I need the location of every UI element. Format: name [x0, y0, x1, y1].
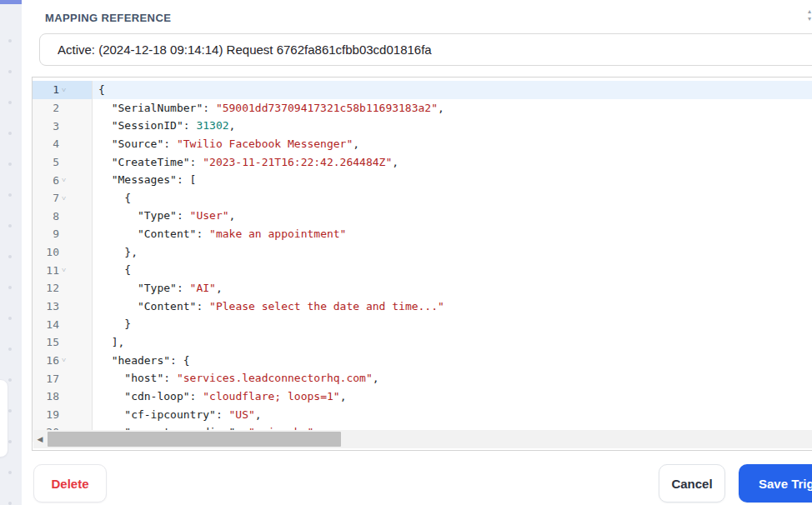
code-line: 17 "host": "services.leadconnectorhq.com…	[33, 369, 812, 388]
line-number: 6	[33, 174, 59, 187]
fold-chevron-icon[interactable]: ˅	[59, 266, 75, 274]
code-line: 15 ],	[33, 333, 812, 352]
token-key: "SerialNumber"	[112, 102, 203, 114]
line-number: 14	[33, 318, 59, 331]
token-pun: :	[177, 282, 190, 294]
canvas-dot	[8, 101, 12, 104]
canvas-dot	[8, 502, 12, 505]
line-gutter: 12	[33, 279, 93, 298]
code-line-content: {	[93, 261, 812, 279]
canvas-dot	[8, 471, 12, 474]
line-number: 18	[33, 390, 59, 402]
code-line: 9 "Content": "make an appointment"	[33, 225, 812, 243]
token-pun: }	[124, 318, 131, 330]
token-pun: ,	[392, 156, 398, 168]
line-number: 8	[33, 210, 59, 222]
fold-chevron-icon[interactable]: ˅	[59, 194, 75, 202]
canvas-dot	[8, 409, 12, 412]
code-line: 16˅ "headers": {	[33, 352, 812, 370]
token-key: "cdn-loop"	[124, 390, 189, 402]
token-pun: ],	[112, 336, 125, 348]
code-line-content: "headers": {	[93, 352, 812, 370]
canvas-dot	[8, 224, 12, 228]
code-line-content: "SessionID": 31302,	[93, 117, 812, 135]
code-line-content: "SerialNumber": "59001dd73709417321c58b1…	[93, 99, 812, 118]
code-line: 6˅ "Messages": [	[33, 171, 812, 189]
line-gutter: 18	[33, 388, 93, 406]
scrollbar-thumb[interactable]	[48, 432, 341, 447]
token-key: "headers"	[112, 354, 170, 367]
canvas-dot	[8, 193, 12, 197]
token-key: "cf-ipcountry"	[124, 408, 216, 421]
token-pun: : [	[177, 173, 196, 186]
token-pun: :	[190, 156, 203, 168]
line-gutter: 14	[33, 315, 93, 333]
code-line-content: "Type": "AI",	[93, 279, 812, 298]
line-number: 12	[33, 282, 59, 294]
line-number: 2	[33, 102, 59, 114]
request-select-value: Active: (2024-12-18 09:14:14) Request 67…	[58, 42, 432, 57]
line-gutter: 4	[33, 135, 93, 153]
token-pun: :	[216, 408, 229, 421]
delete-button[interactable]: Delete	[33, 464, 107, 502]
line-number: 11	[33, 264, 59, 277]
line-gutter: 9	[33, 225, 93, 243]
token-str: "make an appointment"	[209, 228, 346, 240]
token-key: "Content"	[138, 228, 196, 240]
line-gutter: 2	[33, 99, 93, 118]
canvas-dot	[8, 378, 12, 382]
line-gutter: 16˅	[33, 352, 93, 370]
save-trigger-button[interactable]: Save Trigger	[739, 464, 812, 502]
line-number: 1	[33, 83, 59, 96]
line-number: 3	[33, 120, 59, 132]
code-line: 5 "CreateTime": "2023-11-21T16:22:42.264…	[33, 153, 812, 172]
fold-chevron-icon[interactable]: ˅	[59, 176, 75, 184]
line-number: 13	[33, 300, 59, 312]
line-number: 10	[33, 246, 59, 258]
request-select[interactable]: Active: (2024-12-18 09:14:14) Request 67…	[39, 33, 812, 66]
token-str: "User"	[190, 209, 229, 222]
canvas-dot	[8, 440, 12, 443]
line-gutter: 13	[33, 298, 93, 316]
line-gutter: 11˅	[33, 261, 93, 279]
cancel-button[interactable]: Cancel	[659, 464, 725, 502]
trigger-settings-panel: MAPPING REFERENCE Active: (2024-12-18 09…	[22, 0, 812, 505]
token-key: "Content"	[138, 300, 196, 312]
select-caret-icon: ▴▾	[804, 8, 812, 24]
code-line-content: "CreateTime": "2023-11-21T16:22:42.26448…	[93, 153, 812, 172]
token-pun: :	[196, 300, 209, 312]
token-pun: },	[124, 246, 138, 258]
code-line-content: ],	[93, 333, 812, 352]
code-line-content: "cf-ipcountry": "US",	[93, 406, 812, 424]
fold-chevron-icon[interactable]: ˅	[59, 356, 75, 364]
json-editor[interactable]: 1˅{2 "SerialNumber": "59001dd73709417321…	[32, 77, 812, 451]
code-line: 2 "SerialNumber": "59001dd73709417321c58…	[33, 99, 812, 118]
canvas-dot	[8, 132, 12, 135]
token-key: "host"	[124, 372, 163, 384]
token-key: "Source"	[112, 138, 164, 150]
scroll-left-arrow-icon[interactable]: ◀	[34, 430, 46, 448]
code-line-content: },	[93, 243, 812, 262]
code-line: 10 },	[33, 243, 812, 262]
token-pun: :	[203, 102, 216, 114]
token-key: "CreateTime"	[112, 156, 190, 168]
line-number: 17	[33, 372, 59, 385]
token-pun: : {	[170, 354, 189, 367]
code-line-content: }	[93, 315, 812, 333]
fold-chevron-icon[interactable]: ˅	[59, 86, 75, 94]
line-gutter: 6˅	[33, 171, 93, 189]
code-line-content: "Type": "User",	[93, 207, 812, 225]
code-line-content: "Content": "make an appointment"	[93, 225, 812, 243]
code-line: 18 "cdn-loop": "cloudflare; loops=1",	[33, 388, 812, 406]
line-number: 7	[33, 192, 59, 204]
token-str: "US"	[229, 408, 255, 421]
token-pun: ,	[216, 282, 223, 294]
code-line-content: "cdn-loop": "cloudflare; loops=1",	[93, 388, 812, 406]
horizontal-scrollbar[interactable]: ◀ ▶	[33, 430, 812, 448]
line-number: 19	[33, 408, 59, 421]
line-gutter: 19	[33, 406, 93, 424]
code-line: 11˅ {	[33, 261, 812, 279]
token-key: "Messages"	[112, 173, 177, 186]
code-line-content: "Messages": [	[93, 171, 812, 189]
code-line-content: "Content": "Please select the date and t…	[93, 298, 812, 316]
